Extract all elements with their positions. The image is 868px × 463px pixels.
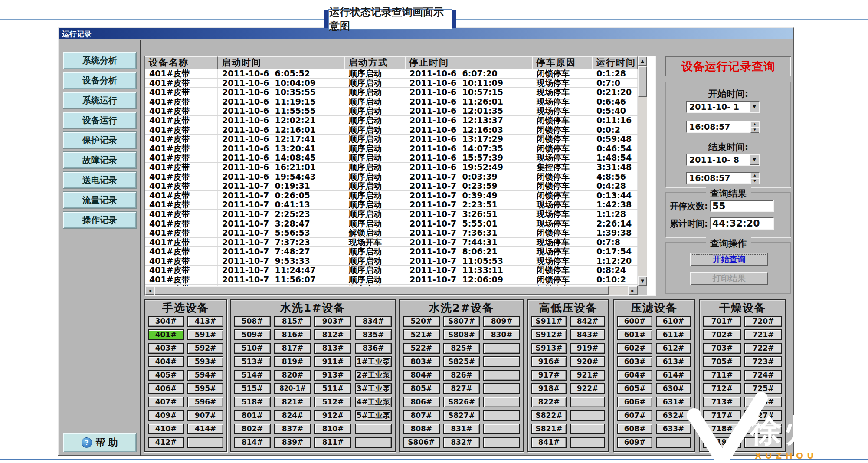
table-row[interactable]: 401#皮带2011-10-6 14:08:45顺序启动2011-10-6 15… xyxy=(145,153,638,163)
device-button-594[interactable]: 594# xyxy=(187,370,223,381)
device-button-843[interactable]: 843# xyxy=(570,329,605,340)
sidebar-item-system-run[interactable]: 系统运行 xyxy=(63,92,137,109)
device-button-718[interactable]: 718# xyxy=(703,424,741,434)
device-button-810[interactable]: 810# xyxy=(314,424,351,434)
device-button-820[interactable]: 820# xyxy=(274,370,311,381)
table-row[interactable]: 401#皮带2011-10-7 11:24:47顺序启动2011-10-7 11… xyxy=(145,266,638,275)
table-row[interactable]: 401#皮带2011-10-7 0:26:05顺序启动2011-10-7 0:3… xyxy=(145,191,638,200)
horizontal-scroll-thumb[interactable] xyxy=(154,286,609,295)
device-button-4工业泵[interactable]: 4#工业泵 xyxy=(355,397,392,407)
spin-down-icon[interactable]: ▼ xyxy=(750,178,759,184)
device-button-702[interactable]: 702# xyxy=(703,329,741,340)
device-button-3工业泵[interactable]: 3#工业泵 xyxy=(355,383,392,394)
start-date-select[interactable]: 2011-10- 1 ▼ xyxy=(686,101,760,113)
column-header-device[interactable]: 设备名称 xyxy=(145,56,218,69)
device-button-814[interactable]: 814# xyxy=(234,437,271,448)
device-button-820-1[interactable]: 820-1# xyxy=(274,383,311,394)
device-button-633[interactable]: 633# xyxy=(656,424,691,434)
device-button-404[interactable]: 404# xyxy=(148,356,184,367)
device-button-S827[interactable]: S827# xyxy=(443,410,480,421)
device-button-596[interactable]: 596# xyxy=(187,397,223,407)
device-button-717[interactable]: 717# xyxy=(703,410,741,421)
table-row[interactable]: 401#皮带2011-10-6 10:35:55顺序启动2011-10-6 10… xyxy=(145,88,638,97)
end-date-select[interactable]: 2011-10- 8 ▼ xyxy=(686,154,760,166)
device-button-727[interactable]: 727# xyxy=(744,410,782,421)
device-button-412[interactable]: 412# xyxy=(148,437,184,448)
device-button-607[interactable]: 607# xyxy=(617,410,652,421)
device-button-719[interactable]: 719# xyxy=(703,437,741,448)
table-row[interactable]: 401#皮带2011-10-7 11:56:07顺序启动2011-10-7 12… xyxy=(145,275,638,285)
scroll-left-icon[interactable]: ◄ xyxy=(145,286,154,295)
device-button-723[interactable]: 723# xyxy=(744,356,782,367)
start-time-spinner[interactable]: 16:08:57 ▲ ▼ xyxy=(686,121,760,133)
device-button-705[interactable]: 705# xyxy=(703,356,741,367)
table-row[interactable]: 401#皮带2011-10-7 0:19:31顺序启动2011-10-7 0:2… xyxy=(145,181,638,191)
sidebar-item-fault-record[interactable]: 故障记录 xyxy=(63,151,137,169)
device-button-809[interactable]: 809# xyxy=(483,316,520,327)
vertical-scroll-track[interactable] xyxy=(638,97,647,276)
device-button-813[interactable]: 813# xyxy=(314,343,351,354)
table-row[interactable]: 401#皮带2011-10-7 5:56:53解锁启动2011-10-7 7:3… xyxy=(145,228,638,238)
device-button-1工业泵[interactable]: 1#工业泵 xyxy=(355,356,392,367)
device-button-610[interactable]: 610# xyxy=(656,316,691,327)
horizontal-scrollbar[interactable]: ◄ ► xyxy=(145,286,655,295)
vertical-scrollbar[interactable]: ▲ ▼ xyxy=(638,56,647,286)
device-button-508[interactable]: 508# xyxy=(234,316,271,327)
device-button-410[interactable]: 410# xyxy=(148,424,184,434)
device-button-720[interactable]: 720# xyxy=(744,316,782,327)
chevron-down-icon[interactable]: ▼ xyxy=(750,102,759,112)
chevron-down-icon[interactable]: ▼ xyxy=(750,154,759,165)
device-button-632[interactable]: 632# xyxy=(656,410,691,421)
device-button-S808[interactable]: S808# xyxy=(443,329,480,340)
device-button-608[interactable]: 608# xyxy=(617,424,652,434)
device-button-802[interactable]: 802# xyxy=(234,424,271,434)
device-button-832[interactable]: 832# xyxy=(443,437,480,448)
device-button-703[interactable]: 703# xyxy=(703,343,741,354)
device-button-805[interactable]: 805# xyxy=(403,383,440,394)
scroll-down-icon[interactable]: ▼ xyxy=(638,276,647,286)
device-button-304[interactable]: 304# xyxy=(148,316,184,327)
sidebar-item-power-record[interactable]: 送电记录 xyxy=(63,171,137,189)
device-button-806[interactable]: 806# xyxy=(403,397,440,407)
device-button-701[interactable]: 701# xyxy=(703,316,741,327)
table-row[interactable]: 401#皮带2011-10-7 7:48:27顺序启动2011-10-7 8:0… xyxy=(145,247,638,256)
device-button-830[interactable]: 830# xyxy=(483,329,520,340)
device-button-726[interactable]: 726# xyxy=(744,397,782,407)
device-button-604[interactable]: 604# xyxy=(617,370,652,381)
device-button-405[interactable]: 405# xyxy=(148,370,184,381)
device-button-920[interactable]: 920# xyxy=(570,356,605,367)
table-row[interactable]: 401#皮带2011-10-7 2:25:23顺序启动2011-10-7 3:2… xyxy=(145,210,638,219)
device-button-S807[interactable]: S807# xyxy=(443,316,480,327)
table-row[interactable]: 401#皮带2011-10-6 11:55:55顺序启动2011-10-6 12… xyxy=(145,106,638,116)
table-row[interactable]: 401#皮带2011-10-6 10:04:09顺序启动2011-10-6 10… xyxy=(145,79,638,88)
device-button-S821[interactable]: S821# xyxy=(531,424,567,434)
device-button-921[interactable]: 921# xyxy=(570,370,605,381)
total-time-field[interactable]: 44:32:20 xyxy=(710,217,774,230)
scroll-up-icon[interactable]: ▲ xyxy=(638,56,647,66)
device-button-822[interactable]: 822# xyxy=(531,397,567,407)
device-button-S806[interactable]: S806# xyxy=(403,437,440,448)
device-button-601[interactable]: 601# xyxy=(617,329,652,340)
table-row[interactable]: 401#皮带2011-10-6 11:19:15顺序启动2011-10-6 11… xyxy=(145,97,638,107)
device-button-414[interactable]: 414# xyxy=(187,424,223,434)
device-button-825[interactable]: 825# xyxy=(443,343,480,354)
device-button-913[interactable]: 913# xyxy=(314,370,351,381)
sidebar-item-device-run[interactable]: 设备运行 xyxy=(63,112,137,129)
help-button[interactable]: ? 帮 助 xyxy=(63,433,137,452)
device-button-916[interactable]: 916# xyxy=(531,356,567,367)
device-button-613[interactable]: 613# xyxy=(656,356,691,367)
device-button-808[interactable]: 808# xyxy=(403,424,440,434)
device-button-839[interactable]: 839# xyxy=(274,437,311,448)
device-button-605[interactable]: 605# xyxy=(617,383,652,394)
device-button-514[interactable]: 514# xyxy=(234,370,271,381)
device-button-721[interactable]: 721# xyxy=(744,329,782,340)
sidebar-item-operate-record[interactable]: 操作记录 xyxy=(63,211,137,229)
device-button-824[interactable]: 824# xyxy=(274,410,311,421)
start-query-button[interactable]: 开始查询 xyxy=(690,253,768,266)
print-result-button[interactable]: 打印结果 xyxy=(690,272,768,285)
table-row[interactable]: 401#皮带2011-10-7 3:28:47顺序启动2011-10-7 5:5… xyxy=(145,219,638,229)
column-header-start-mode[interactable]: 启动方式 xyxy=(344,56,405,69)
table-row[interactable]: 401#皮带2011-10-6 13:20:41顺序启动2011-10-6 14… xyxy=(145,144,638,154)
table-row[interactable]: 401#皮带2011-10-6 19:54:43顺序启动2011-10-7 0:… xyxy=(145,172,638,182)
device-button-630[interactable]: 630# xyxy=(656,383,691,394)
